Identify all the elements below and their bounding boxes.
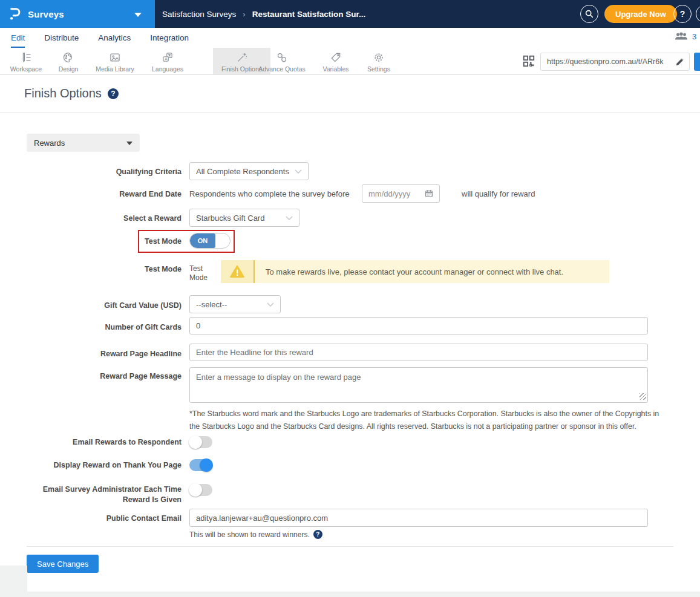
tab-distribute[interactable]: Distribute bbox=[44, 28, 79, 48]
toolbar-item-variables[interactable]: Variables bbox=[315, 48, 357, 74]
toolbar-item-label: Workspace bbox=[10, 65, 42, 73]
toggle-knob bbox=[189, 483, 202, 497]
section-divider bbox=[27, 546, 673, 547]
toggle-knob bbox=[189, 436, 202, 449]
headline-label: Reward Page Headline bbox=[27, 349, 182, 359]
page-title: Finish Options bbox=[24, 86, 102, 100]
qr-code-button[interactable] bbox=[522, 54, 535, 68]
breadcrumb-separator-icon: › bbox=[243, 10, 245, 19]
toolbar-item-design[interactable]: Design bbox=[47, 48, 90, 74]
select-reward-value: Starbucks Gift Card bbox=[196, 214, 264, 223]
toolbar-item-settings[interactable]: Settings bbox=[358, 48, 400, 74]
toolbar-item-label: Advance Quotas bbox=[258, 65, 306, 73]
questionpro-logo-icon bbox=[8, 7, 22, 21]
resize-handle[interactable] bbox=[639, 393, 646, 400]
warning-triangle-icon bbox=[229, 264, 245, 279]
breadcrumb: Satisfaction Surveys › Restaurant Satisf… bbox=[162, 0, 365, 28]
magic-wand-icon bbox=[236, 51, 248, 64]
select-reward-label: Select a Reward bbox=[27, 214, 182, 224]
svg-text:A: A bbox=[165, 57, 168, 61]
survey-tabs: Edit Distribute Analytics Integration bbox=[0, 28, 700, 48]
breadcrumb-folder[interactable]: Satisfaction Surveys bbox=[162, 10, 236, 19]
contact-email-input[interactable] bbox=[189, 509, 648, 527]
warning-icon-area bbox=[221, 260, 254, 283]
tag-icon bbox=[330, 51, 342, 64]
toolbar-item-languages[interactable]: A Languages bbox=[140, 48, 195, 74]
starbucks-disclaimer: *The Starbucks word mark and the Starbuc… bbox=[189, 408, 670, 432]
page-header: Finish Options ? bbox=[0, 75, 700, 113]
reward-end-date-suffix: will qualify for reward bbox=[462, 189, 535, 198]
toolbar-item-label: Languages bbox=[152, 65, 183, 73]
select-reward-select[interactable]: Starbucks Gift Card bbox=[189, 209, 299, 227]
qualifying-criteria-select[interactable]: All Complete Respondents bbox=[189, 162, 309, 180]
breadcrumb-survey[interactable]: Restaurant Satisfaction Sur... bbox=[252, 10, 366, 19]
page-background-notch bbox=[0, 566, 27, 592]
qualifying-criteria-label: Qualifying Criteria bbox=[27, 167, 182, 177]
gift-card-value-label: Gift Card Value (USD) bbox=[27, 301, 182, 311]
calendar-icon[interactable] bbox=[425, 189, 433, 198]
question-mark-icon: ? bbox=[680, 9, 685, 19]
collaborators-indicator[interactable]: 3 bbox=[674, 31, 696, 41]
contact-email-helper: This will be shown to reward winners. ? bbox=[189, 530, 322, 539]
email-rewards-label: Email Rewards to Respondent bbox=[27, 437, 182, 448]
chevron-down-icon bbox=[267, 302, 274, 307]
toolbar-item-workspace[interactable]: Workspace bbox=[5, 48, 47, 74]
tab-edit[interactable]: Edit bbox=[11, 28, 25, 48]
toggle-knob bbox=[200, 458, 213, 472]
contact-email-label: Public Contact Email bbox=[27, 514, 182, 524]
display-reward-label: Display Reward on Thank You Page bbox=[27, 460, 182, 471]
warning-message: To make rewards live, please contact you… bbox=[255, 260, 609, 283]
display-reward-toggle[interactable] bbox=[189, 459, 212, 471]
edit-pencil-icon[interactable] bbox=[675, 57, 684, 67]
toggle-on-segment: ON bbox=[190, 233, 215, 248]
page-help-icon[interactable]: ? bbox=[108, 88, 119, 99]
date-placeholder: mm/dd/yyyy bbox=[368, 189, 410, 198]
chevron-down-icon bbox=[295, 169, 302, 174]
reward-end-date-label: Reward End Date bbox=[27, 189, 182, 200]
headline-input[interactable] bbox=[189, 344, 648, 361]
tab-integration[interactable]: Integration bbox=[150, 28, 189, 48]
test-mode-status-text: Test Mode bbox=[189, 264, 214, 282]
email-admin-toggle[interactable] bbox=[189, 484, 212, 496]
chain-links-icon bbox=[276, 51, 288, 64]
num-gift-cards-label: Number of Gift Cards bbox=[27, 322, 182, 333]
helper-text: This will be shown to reward winners. bbox=[189, 530, 310, 539]
toolbar-item-label: Variables bbox=[323, 65, 349, 73]
top-navbar: Surveys Satisfaction Surveys › Restauran… bbox=[0, 0, 700, 28]
survey-url-field[interactable]: https://questionpro.com.au/t/ARr6k bbox=[540, 53, 690, 71]
chevron-down-icon bbox=[126, 142, 132, 145]
product-name: Surveys bbox=[28, 9, 64, 19]
finish-option-type-select[interactable]: Rewards bbox=[27, 134, 140, 152]
qr-code-icon bbox=[522, 54, 535, 68]
palette-icon bbox=[62, 51, 74, 64]
search-button[interactable] bbox=[580, 5, 598, 23]
toolbar-item-advance-quotas[interactable]: Advance Quotas bbox=[252, 48, 312, 74]
toolbar-item-label: Settings bbox=[367, 65, 390, 73]
tab-analytics[interactable]: Analytics bbox=[98, 28, 131, 48]
help-button[interactable]: ? bbox=[673, 5, 692, 23]
save-changes-button[interactable]: Save Changes bbox=[27, 555, 99, 573]
test-mode-toggle[interactable]: ON bbox=[189, 233, 231, 249]
reward-end-date-input[interactable]: mm/dd/yyyy bbox=[362, 184, 440, 203]
num-gift-cards-input[interactable] bbox=[189, 317, 648, 334]
account-button[interactable] bbox=[696, 5, 700, 23]
gift-card-value-value: --select-- bbox=[196, 300, 227, 309]
test-mode-notice-label: Test Mode bbox=[27, 264, 182, 275]
toolbar-item-media-library[interactable]: Media Library bbox=[90, 48, 140, 74]
qualifying-criteria-value: All Complete Respondents bbox=[196, 167, 289, 176]
preview-button-partial[interactable] bbox=[694, 53, 700, 71]
email-rewards-toggle[interactable] bbox=[189, 436, 212, 448]
gift-card-value-select[interactable]: --select-- bbox=[189, 295, 281, 313]
people-icon bbox=[674, 31, 689, 41]
upgrade-now-button[interactable]: Upgrade Now bbox=[604, 5, 677, 23]
message-label: Reward Page Message bbox=[27, 371, 182, 382]
collaborators-count: 3 bbox=[692, 32, 696, 41]
page-background-strip bbox=[0, 592, 700, 597]
toolbar-item-label: Media Library bbox=[96, 65, 134, 73]
finish-option-type-value: Rewards bbox=[34, 139, 65, 148]
product-switcher[interactable]: Surveys bbox=[0, 0, 155, 28]
pencil-list-icon bbox=[20, 51, 32, 64]
message-textarea[interactable] bbox=[189, 367, 648, 403]
helper-help-icon[interactable]: ? bbox=[313, 530, 322, 539]
chevron-down-icon bbox=[286, 216, 293, 220]
